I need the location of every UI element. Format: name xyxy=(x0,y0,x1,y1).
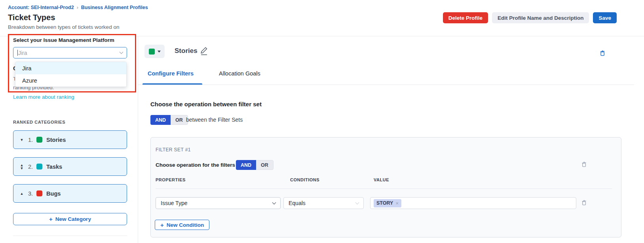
delete-condition-trash-icon[interactable] xyxy=(581,200,587,206)
filter-sets-and-or-toggle: AND OR xyxy=(150,115,188,125)
category-rank: 1. xyxy=(28,137,33,143)
category-color-swatch-button[interactable] xyxy=(144,45,165,58)
text-cursor xyxy=(17,50,18,56)
page: Account: SEI-Internal-Prod2 › Business A… xyxy=(0,0,644,243)
delete-profile-button[interactable]: Delete Profile xyxy=(443,12,488,23)
page-title: Ticket Types xyxy=(8,13,55,22)
dropdown-option-jira[interactable]: Jira xyxy=(15,62,126,74)
breadcrumb: Account: SEI-Internal-Prod2 › Business A… xyxy=(8,5,148,10)
chevron-down-icon xyxy=(272,200,276,204)
breadcrumb-separator-icon: › xyxy=(77,5,78,10)
ranked-categories-title: RANKED CATEGORIES xyxy=(13,120,65,124)
and-toggle-button[interactable]: AND xyxy=(150,115,171,125)
close-icon[interactable]: × xyxy=(395,200,399,206)
chevron-down-icon xyxy=(355,200,359,204)
sort-down-icon[interactable]: ▼ xyxy=(19,138,25,141)
breadcrumb-account-link[interactable]: Account: SEI-Internal-Prod2 xyxy=(8,5,74,10)
tabbar-divider xyxy=(138,85,634,85)
platform-select-input[interactable]: Jira xyxy=(13,47,127,58)
and-toggle-button[interactable]: AND xyxy=(236,160,256,170)
category-color-dot xyxy=(36,164,42,170)
tab-configure-filters[interactable]: Configure Filters xyxy=(148,70,194,77)
breadcrumb-section-link[interactable]: Business Alignment Profiles xyxy=(81,5,148,10)
filter-set-operation-heading: Choose the operation between filter set xyxy=(150,101,262,107)
learn-more-ranking-link[interactable]: Learn more about ranking xyxy=(13,94,74,100)
plus-icon: + xyxy=(49,216,53,222)
column-header-properties: PROPERTIES xyxy=(156,177,186,182)
page-subtitle: Breakdown between types of tickets worke… xyxy=(8,24,119,30)
sort-up-down-icon[interactable]: ▲ ▼ xyxy=(19,164,25,170)
dropdown-option-azure[interactable]: Azure xyxy=(15,74,126,87)
value-tag-label: STORY xyxy=(376,200,393,206)
header-actions: Delete Profile Edit Profile Name and Des… xyxy=(443,12,617,23)
color-swatch xyxy=(149,49,155,55)
edit-profile-name-button[interactable]: Edit Profile Name and Description xyxy=(492,12,589,23)
delete-category-trash-icon[interactable] xyxy=(599,50,606,57)
category-color-dot xyxy=(36,190,42,196)
category-row-tasks[interactable]: ▲ ▼ 2. Tasks xyxy=(13,157,127,176)
value-input-field[interactable]: STORY × xyxy=(370,197,576,209)
category-label: Tasks xyxy=(46,164,62,170)
filters-operation-label: Choose operation for the filters xyxy=(156,162,235,168)
filters-and-or-toggle: AND OR xyxy=(236,160,274,170)
category-name-heading: Stories xyxy=(175,47,198,55)
header-divider xyxy=(0,36,644,36)
filter-set-title: FILTER SET #1 xyxy=(156,147,191,153)
category-color-dot xyxy=(36,137,42,143)
tab-allocation-goals[interactable]: Allocation Goals xyxy=(219,70,260,77)
value-tag: STORY × xyxy=(374,199,401,207)
platform-select-label: Select your Issue Management Platform xyxy=(13,37,114,43)
sort-up-icon[interactable]: ▲ xyxy=(19,192,25,195)
or-toggle-button[interactable]: OR xyxy=(171,115,188,125)
category-row-bugs[interactable]: ▲ 3. Bugs xyxy=(13,184,127,203)
chevron-down-icon xyxy=(158,51,161,53)
or-toggle-button[interactable]: OR xyxy=(256,160,274,170)
category-label: Stories xyxy=(46,137,66,143)
category-label: Bugs xyxy=(46,190,61,197)
filter-card-divider xyxy=(156,188,612,189)
plus-icon: + xyxy=(160,222,164,228)
save-button[interactable]: Save xyxy=(593,12,617,23)
sidebar-bottom-divider xyxy=(13,235,127,236)
platform-dropdown-menu: Jira Azure xyxy=(15,62,127,87)
chevron-down-icon[interactable] xyxy=(120,50,123,54)
column-header-value: VALUE xyxy=(374,177,389,182)
category-row-stories[interactable]: ▼ 1. Stories xyxy=(13,130,127,149)
delete-filter-set-trash-icon[interactable] xyxy=(581,161,587,168)
category-rank: 2. xyxy=(28,164,33,170)
property-select[interactable]: Issue Type xyxy=(156,197,281,209)
filter-set-card xyxy=(150,137,621,237)
category-rank: 3. xyxy=(28,190,33,197)
edit-pencil-icon[interactable] xyxy=(200,46,209,56)
condition-select[interactable]: Equals xyxy=(283,197,364,209)
column-header-conditions: CONDITIONS xyxy=(290,177,319,182)
operation-caption: between the Filter Sets xyxy=(186,117,243,123)
new-category-button[interactable]: + New Category xyxy=(13,213,127,225)
platform-input-placeholder: Jira xyxy=(18,50,27,56)
new-condition-button[interactable]: + New Condition xyxy=(155,220,209,230)
sidebar-divider xyxy=(138,36,138,243)
